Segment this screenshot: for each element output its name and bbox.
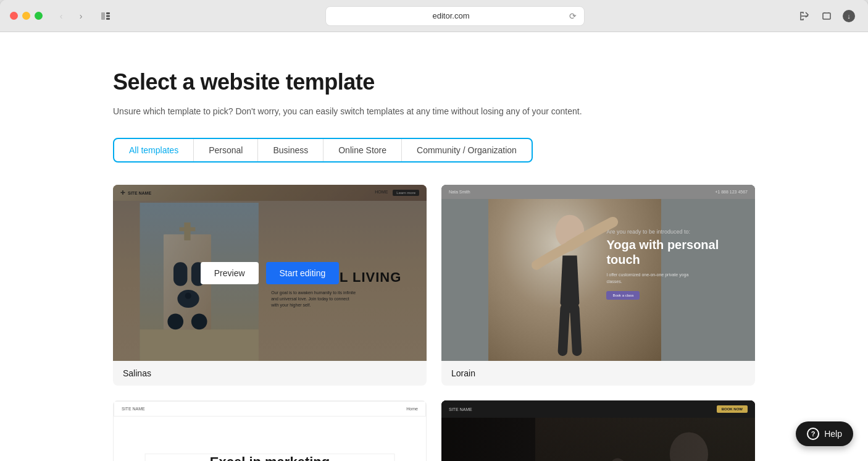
- template-card-salinas: ✛ SITE NAME HOME Learn more SPIRITUAL LI…: [113, 185, 427, 386]
- traffic-lights: [10, 12, 43, 20]
- filter-tabs: All templates Personal Business Online S…: [113, 138, 533, 163]
- salinas-hover-overlay: Preview Start editing: [113, 185, 427, 361]
- svg-rect-3: [106, 18, 110, 20]
- lorain-subtitle: I offer customized one-on-one private yo…: [606, 272, 705, 285]
- url-text: editor.com: [333, 11, 569, 20]
- template-preview-salinas: ✛ SITE NAME HOME Learn more SPIRITUAL LI…: [113, 185, 427, 361]
- address-bar[interactable]: editor.com ⟳: [325, 6, 585, 26]
- page-container: Select a website template Unsure which t…: [64, 32, 804, 461]
- svg-rect-0: [101, 12, 105, 20]
- downloads-button[interactable]: ↓: [840, 7, 858, 25]
- reload-icon[interactable]: ⟳: [569, 11, 577, 21]
- forward-button[interactable]: ›: [72, 7, 90, 25]
- template-card-barber: SITE NAME BOOK NOW placeholder: [441, 400, 755, 461]
- template-preview-marketing: SITE NAME Home Excel in marketing Genera…: [113, 400, 427, 461]
- tab-business[interactable]: Business: [258, 139, 323, 161]
- lorain-template-name: Lorain: [441, 361, 755, 386]
- sidebar-toggle-button[interactable]: [97, 7, 114, 25]
- template-preview-lorain: Nata Smith +1 888 123 4567 Are you ready…: [441, 185, 755, 361]
- lorain-title: Yoga with personal touch: [606, 237, 730, 267]
- nav-buttons: ‹ ›: [52, 7, 90, 25]
- barber-book-btn: BOOK NOW: [717, 405, 748, 413]
- back-button[interactable]: ‹: [52, 7, 70, 25]
- marketing-nav: SITE NAME Home: [114, 401, 426, 417]
- close-button[interactable]: [10, 12, 18, 20]
- template-preview-barber: SITE NAME BOOK NOW: [441, 400, 755, 461]
- share-button[interactable]: [795, 7, 814, 25]
- browser-titlebar: ‹ › editor.com ⟳: [0, 0, 868, 32]
- new-tab-button[interactable]: [817, 7, 836, 25]
- template-card-marketing: SITE NAME Home Excel in marketing Genera…: [113, 400, 427, 461]
- page-subtitle: Unsure which template to pick? Don't wor…: [113, 105, 755, 118]
- lorain-cta: Book a class: [606, 291, 640, 300]
- salinas-preview-button[interactable]: Preview: [201, 262, 259, 284]
- help-button[interactable]: ? Help: [796, 421, 853, 446]
- help-icon: ?: [807, 428, 819, 440]
- browser-content[interactable]: Select a website template Unsure which t…: [0, 32, 868, 461]
- template-card-lorain: Nata Smith +1 888 123 4567 Are you ready…: [441, 185, 755, 386]
- marketing-title: Excel in marketing: [146, 454, 394, 461]
- tab-personal[interactable]: Personal: [194, 139, 258, 161]
- address-bar-wrapper: editor.com ⟳: [119, 6, 790, 26]
- maximize-button[interactable]: [35, 12, 43, 20]
- svg-rect-4: [823, 13, 830, 19]
- salinas-template-name: Salinas: [113, 361, 427, 386]
- browser-window: ‹ › editor.com ⟳: [0, 0, 868, 461]
- svg-rect-2: [106, 15, 110, 17]
- page-title: Select a website template: [113, 69, 755, 95]
- tab-community[interactable]: Community / Organization: [402, 139, 532, 161]
- salinas-start-editing-button[interactable]: Start editing: [266, 262, 340, 284]
- svg-rect-1: [106, 12, 110, 14]
- barber-nav: SITE NAME BOOK NOW: [441, 400, 755, 418]
- lorain-nav: Nata Smith +1 888 123 4567: [441, 185, 755, 199]
- lorain-text-section: Are you ready to be introduced to: Yoga …: [606, 229, 730, 300]
- templates-grid: ✛ SITE NAME HOME Learn more SPIRITUAL LI…: [113, 185, 755, 461]
- tab-all-templates[interactable]: All templates: [114, 139, 194, 161]
- help-label: Help: [824, 429, 842, 439]
- minimize-button[interactable]: [22, 12, 30, 20]
- marketing-content: Excel in marketing Generate leads and cl…: [145, 454, 395, 461]
- toolbar-right: ↓: [795, 7, 858, 25]
- lorain-intro: Are you ready to be introduced to:: [606, 229, 730, 235]
- tab-online-store[interactable]: Online Store: [323, 139, 402, 161]
